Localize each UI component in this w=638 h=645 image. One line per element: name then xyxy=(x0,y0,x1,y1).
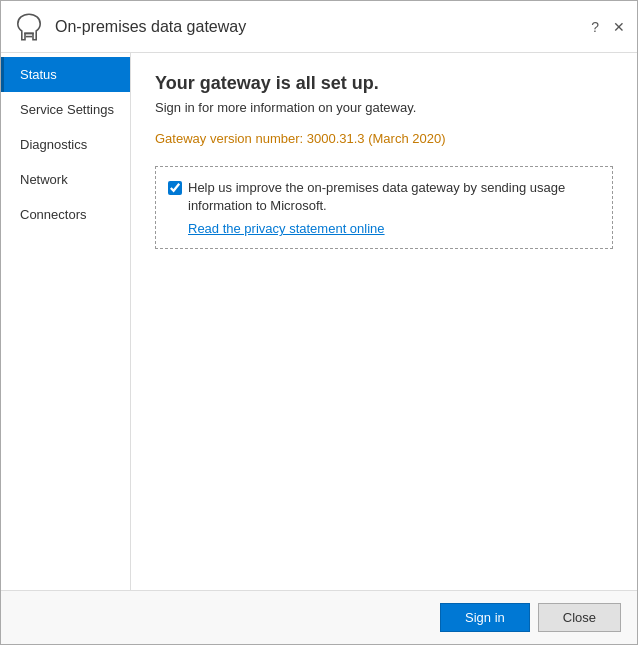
sidebar-item-status[interactable]: Status xyxy=(1,57,130,92)
checkbox-label: Help us improve the on-premises data gat… xyxy=(188,179,600,215)
title-bar-controls: ? ✕ xyxy=(591,19,625,35)
help-button[interactable]: ? xyxy=(591,19,599,35)
page-title: Your gateway is all set up. xyxy=(155,73,613,94)
footer: Sign in Close xyxy=(1,590,637,644)
gateway-icon xyxy=(13,11,45,43)
sidebar: Status Service Settings Diagnostics Netw… xyxy=(1,53,131,590)
sidebar-item-network[interactable]: Network xyxy=(1,162,130,197)
privacy-link-container: Read the privacy statement online xyxy=(188,221,600,236)
checkbox-row: Help us improve the on-premises data gat… xyxy=(168,179,600,215)
close-button-footer[interactable]: Close xyxy=(538,603,621,632)
sidebar-item-diagnostics[interactable]: Diagnostics xyxy=(1,127,130,162)
close-button[interactable]: ✕ xyxy=(613,19,625,35)
improve-checkbox[interactable] xyxy=(168,181,182,195)
title-bar: On-premises data gateway ? ✕ xyxy=(1,1,637,53)
sign-in-button[interactable]: Sign in xyxy=(440,603,530,632)
content-area: Your gateway is all set up. Sign in for … xyxy=(131,53,637,590)
sidebar-item-connectors[interactable]: Connectors xyxy=(1,197,130,232)
privacy-statement-link[interactable]: Read the privacy statement online xyxy=(188,221,385,236)
checkbox-section: Help us improve the on-premises data gat… xyxy=(155,166,613,249)
sidebar-item-service-settings[interactable]: Service Settings xyxy=(1,92,130,127)
gateway-version: Gateway version number: 3000.31.3 (March… xyxy=(155,131,613,146)
content-subtitle: Sign in for more information on your gat… xyxy=(155,100,613,115)
title-bar-left: On-premises data gateway xyxy=(13,11,246,43)
app-title: On-premises data gateway xyxy=(55,18,246,36)
main-layout: Status Service Settings Diagnostics Netw… xyxy=(1,53,637,590)
